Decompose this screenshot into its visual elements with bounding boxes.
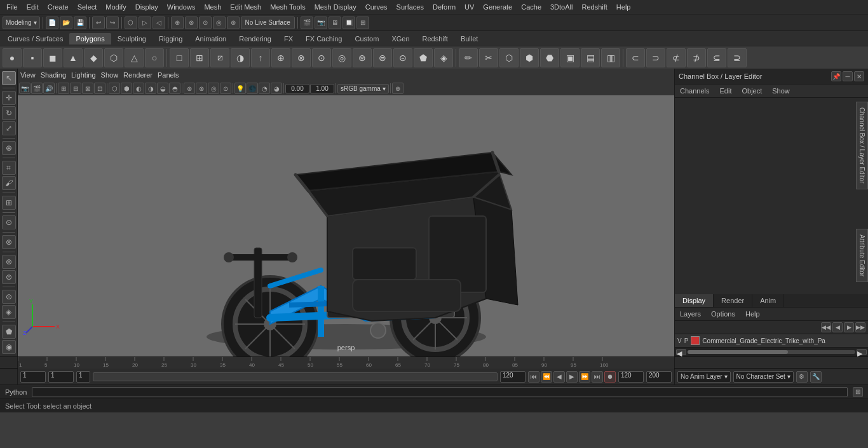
vp-icon4[interactable]: ⊡ [94,83,105,94]
layer-scrollbar[interactable]: ◀ ▶ [675,348,868,356]
menu-mesh-display[interactable]: Mesh Display [311,2,360,12]
save-scene-btn[interactable]: 💾 [74,17,86,29]
pb-step-fwd-btn[interactable]: ⏩ [579,371,590,383]
tab-sculpting[interactable]: Sculpting [111,33,153,44]
menu-edit[interactable]: Edit [23,2,43,12]
lasso-btn[interactable]: ⌗ [2,161,16,175]
anim-btn2[interactable]: ◈ [2,305,16,319]
anim-layer-dropdown[interactable]: No Anim Layer ▾ [677,371,731,383]
render-icon-btn2[interactable]: ◉ [2,340,16,354]
shelf-icon-bridge[interactable]: ⊗ [292,48,311,67]
shelf-icon-deform6[interactable]: ⊇ [728,48,747,67]
vp-menu-view[interactable]: View [20,71,36,79]
shelf-icon-cone[interactable]: ▲ [64,48,83,67]
menu-help[interactable]: Help [613,2,635,12]
pb-play-fwd-btn[interactable]: ▶ [566,371,578,383]
menu-select[interactable]: Select [74,2,101,12]
rotate-tool-btn[interactable]: ↻ [2,106,16,120]
tab-polygons[interactable]: Polygons [69,33,111,44]
transform-btn2[interactable]: ▷ [139,17,151,29]
vp-film-btn[interactable]: 🎬 [31,83,43,94]
menu-deform[interactable]: Deform [429,2,459,12]
modeling-kit-btn[interactable]: ⊗ [2,235,16,249]
snap-btn3[interactable]: ⊙ [199,17,212,29]
shelf-icon-sphere[interactable]: ● [3,48,22,67]
shelf-icon-extra1[interactable]: ⬡ [499,48,519,67]
render-btn1[interactable]: 🎬 [301,17,313,29]
vp-icon2[interactable]: ⊟ [70,83,81,94]
shelf-icon-smooth[interactable]: ⊛ [353,48,372,67]
transform-btn1[interactable]: ⬡ [125,17,137,29]
tab-bullet[interactable]: Bullet [454,33,485,44]
cb-menu-channels[interactable]: Channels [677,86,712,96]
menu-cache[interactable]: Cache [517,2,545,12]
shelf-icon-lattice[interactable]: ⧄ [210,48,229,67]
shelf-icon-deform4[interactable]: ⊅ [687,48,706,67]
render-btn5[interactable]: ⊞ [356,17,369,29]
menu-mesh[interactable]: Mesh [200,2,225,12]
shelf-icon-diamond[interactable]: ◆ [84,48,103,67]
shelf-icon-torus[interactable]: ○ [145,48,164,67]
shelf-icon-subdivide[interactable]: ⊜ [373,48,392,67]
render-btn4[interactable]: 🔲 [342,17,355,29]
layer-icon-prev2[interactable]: ◀ [832,322,843,332]
vp-shading1[interactable]: ⬡ [109,83,120,94]
layers-menu-help[interactable]: Help [743,309,763,319]
cb-close-btn[interactable]: ✕ [854,71,864,81]
menu-display[interactable]: Display [132,2,162,12]
shelf-icon-extra2[interactable]: ⬢ [520,48,539,67]
tab-animation[interactable]: Animation [189,33,233,44]
menu-3dto[interactable]: 3DtoAll [546,2,576,12]
char-set-btn2[interactable]: 🔧 [810,371,822,383]
shelf-icon-knife[interactable]: ✂ [479,48,498,67]
menu-uv[interactable]: UV [461,2,478,12]
pb-step-back-btn[interactable]: ⏪ [541,371,552,383]
menu-mesh-tools[interactable]: Mesh Tools [266,2,309,12]
tab-fx[interactable]: FX [278,33,299,44]
shelf-icon-deform3[interactable]: ⊄ [667,48,686,67]
layer-scroll-track[interactable] [688,350,855,354]
vp-icon1[interactable]: ⊞ [58,83,69,94]
menu-windows[interactable]: Windows [163,2,200,12]
shelf-icon-bool[interactable]: ◈ [434,48,453,67]
undo-btn[interactable]: ↩ [92,17,105,29]
cb-minimize-btn[interactable]: ─ [843,71,853,81]
tab-fx-caching[interactable]: FX Caching [299,33,348,44]
layer-scroll-thumb[interactable] [688,350,788,354]
pb-go-end-btn[interactable]: ⏭ [592,371,603,383]
layer-icon-prev[interactable]: ◀◀ [821,322,831,332]
layer-scroll-right[interactable]: ▶ [857,349,867,355]
menu-create[interactable]: Create [44,2,72,12]
layer-scroll-left[interactable]: ◀ [676,349,686,355]
cb-pin-btn[interactable]: 📌 [831,71,841,81]
transform-btn3[interactable]: ◁ [153,17,165,29]
paint-btn[interactable]: 🖌 [2,176,16,190]
scene-view[interactable] [18,100,674,344]
render-btn2[interactable]: 📷 [315,17,327,29]
shelf-icon-plane[interactable]: □ [170,48,189,67]
scale-tool-btn[interactable]: ⤢ [2,121,16,135]
shelf-icon-cube[interactable]: ▪ [23,48,42,67]
frame-step-field[interactable]: 1 [76,371,90,383]
shelf-icon-deform5[interactable]: ⊆ [707,48,726,67]
snap-btn5[interactable]: ⊛ [227,17,240,29]
new-scene-btn[interactable]: 📄 [46,17,58,29]
live-surface-btn[interactable]: No Live Surface [241,17,295,29]
vp-menu-shading[interactable]: Shading [41,71,66,79]
vp-camera-btn[interactable]: 📷 [19,83,31,94]
shelf-icon-obj2[interactable]: ◑ [231,48,250,67]
tab-xgen[interactable]: XGen [385,33,416,44]
cb-menu-edit[interactable]: Edit [717,86,734,96]
show-manip-btn[interactable]: ⊙ [2,215,16,229]
playback-scrubber[interactable] [93,372,498,381]
tab-redshift[interactable]: Redshift [416,33,454,44]
current-frame-field[interactable]: 1 [48,371,74,383]
select-tool-btn[interactable]: ↖ [2,71,16,85]
snap-btn[interactable]: ⊞ [2,196,16,210]
shelf-icon-cylinder[interactable]: ⬡ [104,48,123,67]
tab-rendering[interactable]: Rendering [233,33,278,44]
anim-btn[interactable]: ⊝ [2,290,16,304]
tab-anim[interactable]: Anim [752,294,784,307]
range-end-field[interactable]: 120 [618,371,644,383]
menu-generate[interactable]: Generate [479,2,516,12]
